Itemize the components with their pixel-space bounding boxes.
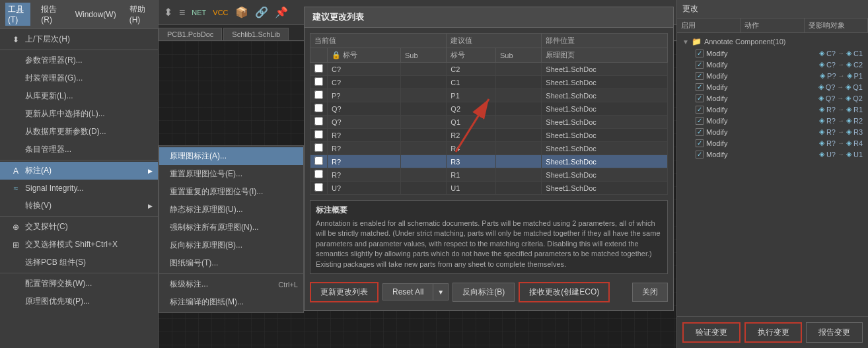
sub-menu-board-annotate[interactable]: 板级标注... Ctrl+L: [159, 275, 303, 293]
row-checkbox-1[interactable]: [314, 77, 323, 86]
tree-row-check-1[interactable]: ✓: [696, 61, 704, 69]
table-row[interactable]: R? R2 Sheet1.SchDoc: [310, 129, 668, 142]
sub-menu-sch-annotate[interactable]: 原理图标注(A)...: [159, 147, 303, 165]
sub-menu-reverse-annotate[interactable]: 反向标注原理图(B)...: [159, 236, 303, 254]
execute-button[interactable]: 执行变更: [744, 322, 803, 343]
row-checkbox-4[interactable]: [314, 117, 323, 125]
close-button[interactable]: 关闭: [632, 283, 668, 302]
row-checkbox-7[interactable]: [314, 157, 323, 165]
list-item[interactable]: ✓ Modify ◈ Q? → ◈ Q1: [680, 81, 865, 92]
list-item[interactable]: ✓ Modify ◈ Q? → ◈ Q2: [680, 92, 865, 104]
table-row[interactable]: P? P1 Sheet1.SchDoc: [310, 89, 668, 102]
menu-item-annotate[interactable]: A 标注(A): [0, 162, 158, 180]
convert-icon: [11, 201, 21, 211]
table-row[interactable]: Q? Q2 Sheet1.SchDoc: [310, 102, 668, 116]
menu-title-bar: 工具(T) 报告(R) Window(W) 帮助(H): [0, 0, 158, 29]
row-checkbox-8[interactable]: [314, 170, 323, 178]
menu-item-sch-prefs[interactable]: 原理图优先项(P)...: [0, 293, 158, 310]
toolbar-layers[interactable]: ≡: [176, 5, 188, 20]
reverse-annotate-button[interactable]: 反向标注(B): [452, 283, 515, 302]
row-checkbox-2[interactable]: [314, 90, 323, 99]
menu-item-item-manager[interactable]: 条目管理器...: [0, 141, 158, 158]
col-check: [310, 48, 328, 63]
tree-row-check-7[interactable]: ✓: [696, 128, 704, 136]
tree-action-0: Modify: [706, 50, 819, 57]
toolbar-updown[interactable]: ⬍: [161, 5, 175, 20]
tree-action-7: Modify: [706, 128, 819, 136]
cell-suggested-sub-9: [495, 182, 541, 195]
divider-4: [0, 273, 158, 273]
update-list-button[interactable]: 更新更改列表: [310, 282, 379, 302]
list-item[interactable]: ✓ Modify ◈ C? → ◈ C1: [680, 48, 865, 59]
menu-item-cross-probe[interactable]: ⊕ 交叉探针(C): [0, 218, 158, 236]
row-checkbox-0[interactable]: [314, 64, 323, 73]
tree-row-check-2[interactable]: ✓: [696, 72, 704, 80]
menu-item-cross-select[interactable]: ⊞ 交叉选择模式 Shift+Ctrl+X: [0, 236, 158, 254]
list-item[interactable]: ✓ Modify ◈ R? → ◈ R4: [680, 137, 865, 149]
menu-item-convert[interactable]: 转换(V): [0, 197, 158, 215]
tab-pcb[interactable]: PCB1.PcbDoc: [159, 28, 222, 40]
menu-item-signal-integrity[interactable]: ≈ Signal Integrity...: [0, 180, 158, 197]
list-item[interactable]: ✓ Modify ◈ R? → ◈ R3: [680, 126, 865, 137]
list-item[interactable]: ✓ Modify ◈ C? → ◈ C2: [680, 59, 865, 70]
tab-schlib[interactable]: Schlib1.SchLib: [223, 28, 289, 40]
menu-item-update-selected[interactable]: 更新从库中选择的(L)...: [0, 105, 158, 123]
prefs-icon: [11, 296, 21, 307]
tree-row-check-8[interactable]: ✓: [696, 139, 704, 147]
table-row[interactable]: R? R4 Sheet1.SchDoc: [310, 142, 668, 155]
tree-row-check-3[interactable]: ✓: [696, 83, 704, 91]
menu-item-pin-swap[interactable]: 配置管脚交换(W)...: [0, 275, 158, 293]
menu-item-hierarchy[interactable]: ⬍ 上/下层次(H): [0, 30, 158, 48]
list-item[interactable]: ✓ Modify ◈ P? → ◈ P1: [680, 70, 865, 81]
menu-title-help[interactable]: 帮助(H): [127, 3, 153, 26]
validate-button[interactable]: 验证变更: [682, 322, 741, 343]
table-row[interactable]: R? R3 Sheet1.SchDoc: [310, 155, 668, 168]
tree-row-check-9[interactable]: ✓: [696, 151, 704, 158]
cell-current-num-8: R?: [328, 168, 401, 182]
table-row[interactable]: Q? Q1 Sheet1.SchDoc: [310, 116, 668, 129]
tree-row-check-0[interactable]: ✓: [696, 50, 704, 57]
update-sel-icon: [11, 109, 21, 120]
row-checkbox-5[interactable]: [314, 130, 323, 139]
menu-title-tools[interactable]: 工具(T): [5, 3, 30, 26]
sub-menu-force-annotate[interactable]: 强制标注所有原理图(N)...: [159, 219, 303, 236]
tree-action-1: Modify: [706, 61, 819, 69]
suggested-header: 建议值: [447, 34, 542, 48]
toolbar-pin[interactable]: 📌: [272, 5, 291, 20]
reset-all-button[interactable]: Reset All: [382, 283, 433, 300]
menu-item-package-manager[interactable]: 封装管理器(G)...: [0, 69, 158, 87]
table-row[interactable]: C? C1 Sheet1.SchDoc: [310, 76, 668, 89]
sub-menu-reset-designators[interactable]: 重置原理图位号(E)...: [159, 165, 303, 183]
menu-item-update-db-params[interactable]: 从数据库更新参数(D)...: [0, 123, 158, 141]
list-item[interactable]: ✓ Modify ◈ R? → ◈ R2: [680, 115, 865, 126]
tree-row-check-5[interactable]: ✓: [696, 106, 704, 114]
table-row[interactable]: U? U1 Sheet1.SchDoc: [310, 182, 668, 195]
tree-row-check-6[interactable]: ✓: [696, 117, 704, 125]
menu-title-report[interactable]: 报告(R): [38, 3, 64, 26]
sub-menu-sheet-number[interactable]: 图纸编号(T)...: [159, 254, 303, 272]
accept-changes-button[interactable]: 接收更改(创建ECO): [519, 282, 610, 302]
row-checkbox-6[interactable]: [314, 143, 323, 152]
table-row[interactable]: C? C2 Sheet1.SchDoc: [310, 63, 668, 76]
tree-row-check-4[interactable]: ✓: [696, 94, 704, 102]
sub-menu-static-annotate[interactable]: 静态标注原理图(U)...: [159, 201, 303, 219]
menu-title-window[interactable]: Window(W): [73, 9, 119, 20]
report-button[interactable]: 报告变更: [806, 322, 863, 343]
reset-all-dropdown[interactable]: ▼: [433, 283, 449, 300]
toolbar-net[interactable]: NET: [189, 7, 209, 18]
list-item[interactable]: ✓ Modify ◈ U? → ◈ U1: [680, 149, 865, 160]
menu-item-update-from-lib[interactable]: 从库更新(L)...: [0, 87, 158, 105]
table-row[interactable]: R? R1 Sheet1.SchDoc: [310, 168, 668, 182]
menu-item-param-manager[interactable]: 参数管理器(R)...: [0, 52, 158, 69]
row-checkbox-3[interactable]: [314, 104, 323, 112]
menu-item-select-pcb[interactable]: 选择PCB 组件(S): [0, 254, 158, 271]
tree-group-title[interactable]: ▼ 📁 Annotate Component(10): [680, 36, 865, 48]
toolbar-vcc[interactable]: VCC: [210, 7, 231, 18]
right-panel-header: 启用 动作 受影响对象: [677, 18, 868, 33]
row-checkbox-9[interactable]: [314, 183, 323, 191]
toolbar-link[interactable]: 🔗: [252, 5, 271, 20]
toolbar-pkg[interactable]: 📦: [233, 5, 251, 20]
sub-menu-reset-duplicate[interactable]: 重置重复的原理图位号(I)...: [159, 183, 303, 201]
sub-menu-compiled-sheets[interactable]: 标注编译的图纸(M)...: [159, 293, 303, 311]
list-item[interactable]: ✓ Modify ◈ R? → ◈ R1: [680, 104, 865, 115]
